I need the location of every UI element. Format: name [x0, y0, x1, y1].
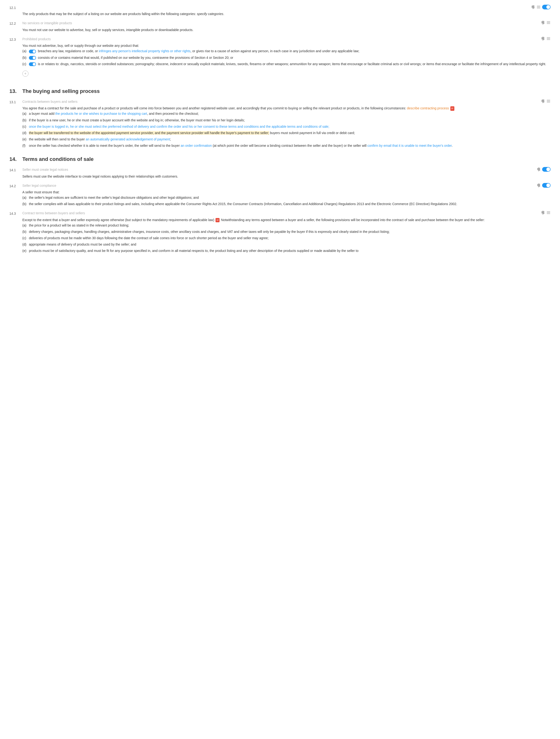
chapter-13-num: 13.	[9, 87, 22, 95]
section-14-3-header: 14.3 Contract terms between buyers and s…	[9, 210, 551, 216]
toggle-14-1[interactable]	[542, 167, 551, 172]
section-14-2-content: A seller must ensure that: (a) the selle…	[22, 189, 551, 207]
section-12-3-intro: You must not advertise, buy, sell or sup…	[22, 43, 551, 48]
menu-icon-13-1[interactable]	[546, 99, 551, 103]
svg-rect-4	[547, 23, 550, 23]
list-item-14-2-b: (b) the seller complies with all laws ap…	[22, 201, 551, 207]
gear-icon-13-1[interactable]	[541, 99, 545, 103]
svg-rect-3	[547, 21, 550, 22]
list-content-14-3-e: products must be of satisfactory quality…	[29, 248, 551, 254]
list-label-13-1-a: (a)	[22, 111, 27, 116]
gear-icon-14-2[interactable]	[537, 183, 541, 187]
link-confirm-order[interactable]: once the buyer is logged in, he or she m…	[29, 125, 329, 128]
svg-rect-2	[537, 8, 540, 8]
list-content-14-2-b: the seller complies with all laws applic…	[29, 201, 551, 207]
list-content-a: breaches any law, regulations or code, o…	[29, 48, 551, 54]
list-content-13-1-a: a buyer must add the products he or she …	[29, 111, 551, 116]
section-14-1-controls	[537, 167, 551, 172]
list-content-13-1-e: the website will then send to the buyer …	[29, 137, 551, 142]
list-label-a: (a)	[22, 48, 27, 54]
section-14-1-header: 14.1 Seller must create legal notices	[9, 167, 551, 173]
chapter-13-title: The buying and selling process	[22, 87, 100, 95]
section-14-2-num: 14.2	[9, 183, 22, 189]
toggle-14-2[interactable]	[542, 183, 551, 188]
section-12-2: 12.2 No services or intangible products …	[9, 20, 551, 32]
list-content-b: consists of or contains material that wo…	[29, 55, 551, 60]
section-12-1: 12.1 The only products that may be the s…	[9, 5, 551, 17]
link-order-confirmation[interactable]: an order confirmation	[181, 144, 212, 147]
section-12-1-content: The only products that may be the subjec…	[22, 11, 551, 17]
link-infringes[interactable]: infringes any person's intellectual prop…	[99, 49, 190, 53]
menu-icon[interactable]	[537, 5, 541, 9]
section-14-3-intro: Except to the extent that a buyer and se…	[22, 217, 551, 223]
list-item-13-1-d: (d) the buyer will be transferred to the…	[22, 130, 551, 136]
section-12-2-title: No services or intangible products	[22, 20, 538, 26]
list-content-13-1-d: the buyer will be transferred to the web…	[29, 130, 551, 136]
section-14-1: 14.1 Seller must create legal notices Se…	[9, 167, 551, 179]
section-14-2-controls	[537, 183, 551, 188]
section-14-2-intro: A seller must ensure that:	[22, 189, 551, 195]
list-label-13-1-d: (d)	[22, 130, 27, 136]
link-contracting-process[interactable]: describe contracting process	[407, 106, 449, 110]
add-section-button[interactable]: +	[22, 70, 28, 77]
toggle-12-1[interactable]	[542, 5, 551, 9]
section-12-3-header: 12.3 Prohibited products	[9, 36, 551, 42]
list-content-14-3-a: the price for a product will be as state…	[29, 223, 551, 228]
gear-icon-12-2[interactable]	[541, 20, 545, 25]
svg-rect-9	[547, 100, 550, 101]
chapter-13-heading: 13. The buying and selling process	[9, 87, 551, 95]
chapter-14-num: 14.	[9, 155, 22, 163]
inline-toggle-c[interactable]	[29, 62, 36, 66]
section-12-3-num: 12.3	[9, 36, 22, 42]
list-content-14-3-b: delivery charges, packaging charges, han…	[29, 229, 551, 235]
svg-rect-11	[547, 102, 550, 103]
section-13-1-title: Contracts between buyers and sellers	[22, 99, 538, 104]
svg-rect-7	[547, 38, 550, 39]
gear-icon-12-3[interactable]	[541, 36, 545, 41]
list-content-13-1-f: once the seller has checked whether it i…	[29, 143, 551, 148]
section-14-3: 14.3 Contract terms between buyers and s…	[9, 210, 551, 254]
gear-icon-14-1[interactable]	[537, 167, 541, 171]
section-14-1-title: Seller must create legal notices	[22, 167, 534, 172]
list-label-14-3-c: (c)	[22, 236, 27, 241]
section-13-1-num: 13.1	[9, 99, 22, 105]
menu-icon-12-3[interactable]	[546, 36, 551, 41]
section-14-3-title: Contract terms between buyers and seller…	[22, 210, 538, 216]
chapter-14-heading: 14. Terms and conditions of sale	[9, 155, 551, 163]
svg-rect-12	[547, 211, 550, 212]
section-12-2-num: 12.2	[9, 20, 22, 26]
section-14-2-title: Seller legal compliance	[22, 183, 534, 188]
section-12-1-num: 12.1	[9, 5, 22, 10]
gear-icon-14-3[interactable]	[541, 210, 545, 215]
or-badge: or	[450, 106, 454, 111]
list-item-14-3-b: (b) delivery charges, packaging charges,…	[22, 229, 551, 235]
section-12-3-controls	[541, 36, 551, 41]
link-unable-to-meet[interactable]: confirm by email that it is unable to me…	[367, 144, 451, 147]
section-13-1-header: 13.1 Contracts between buyers and seller…	[9, 99, 551, 105]
list-content-14-3-c: deliveries of products must be made with…	[29, 236, 551, 241]
section-12-1-header: 12.1	[9, 5, 551, 10]
svg-rect-14	[547, 213, 550, 214]
link-shopping-cart[interactable]: the products he or she wishes to purchas…	[55, 112, 147, 116]
list-label-13-1-c: (c)	[22, 124, 27, 129]
section-12-2-content: You must not use our website to advertis…	[22, 27, 551, 33]
list-label-13-1-e: (e)	[22, 137, 27, 142]
inline-toggle-b[interactable]	[29, 56, 36, 60]
section-14-2: 14.2 Seller legal compliance A seller mu…	[9, 183, 551, 207]
inline-toggle-a[interactable]	[29, 50, 36, 53]
section-12-2-controls	[541, 20, 551, 25]
link-acknowledgement[interactable]: an automatically generated acknowledgeme…	[86, 137, 170, 141]
list-content-13-1-c: once the buyer is logged in, he or she m…	[29, 124, 551, 129]
section-13-1-content: You agree that a contract for the sale a…	[22, 106, 551, 148]
section-14-3-content: Except to the extent that a buyer and se…	[22, 217, 551, 254]
list-item-14-3-d: (d) appropriate means of delivery of pro…	[22, 242, 551, 247]
menu-icon-14-3[interactable]	[546, 210, 551, 215]
list-label-14-3-d: (d)	[22, 242, 27, 247]
section-14-1-num: 14.1	[9, 167, 22, 173]
menu-icon-12-2[interactable]	[546, 20, 551, 25]
list-item-13-1-c: (c) once the buyer is logged in, he or s…	[22, 124, 551, 129]
svg-rect-6	[547, 37, 550, 38]
list-item-13-1-e: (e) the website will then send to the bu…	[22, 137, 551, 142]
gear-icon[interactable]	[531, 5, 535, 9]
list-item-14-3-c: (c) deliveries of products must be made …	[22, 236, 551, 241]
